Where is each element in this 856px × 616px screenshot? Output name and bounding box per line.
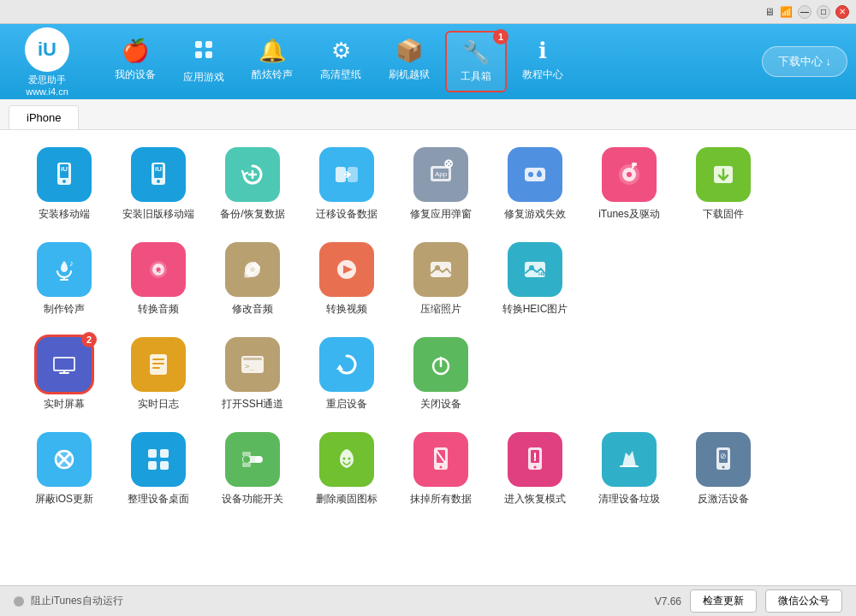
tool-itunes[interactable]: iTunes及驱动 <box>591 147 668 222</box>
nav-tutorials[interactable]: ℹ 教程中心 <box>510 31 575 92</box>
delete-icon-icon <box>319 432 374 487</box>
nav-app-games[interactable]: 应用游戏 <box>171 31 236 92</box>
svg-text:♪: ♪ <box>69 258 74 268</box>
nav-ringtones-label: 酷炫铃声 <box>252 68 293 82</box>
tool-fix-app[interactable]: App ⊗ 修复应用弹窗 <box>402 147 479 222</box>
close-button[interactable]: ✕ <box>835 5 849 19</box>
status-dot <box>14 596 24 607</box>
delete-icon-label: 删除顽固图标 <box>316 492 377 506</box>
svg-point-67 <box>255 456 262 463</box>
svg-rect-69 <box>242 463 251 467</box>
tab-iphone[interactable]: iPhone <box>9 105 79 129</box>
tool-heic[interactable]: HEIC 转换HEIC图片 <box>496 242 574 317</box>
flash-icon: 📦 <box>395 38 423 64</box>
version-text: V7.66 <box>655 595 681 607</box>
wechat-button[interactable]: 微信公众号 <box>765 589 842 613</box>
tab-iphone-label: iPhone <box>27 111 61 124</box>
svg-rect-61 <box>148 449 157 458</box>
svg-rect-3 <box>205 51 212 58</box>
check-update-button[interactable]: 检查更新 <box>690 589 757 613</box>
svg-point-27 <box>627 172 632 177</box>
download-btn[interactable]: 下载中心 ↓ <box>762 46 847 77</box>
tool-install-mobile[interactable]: iU 安装移动端 <box>26 147 103 222</box>
svg-rect-2 <box>195 51 202 58</box>
nav-my-device[interactable]: 🍎 我的设备 <box>103 31 168 92</box>
install-old-icon: iU <box>131 147 186 202</box>
svg-point-70 <box>343 458 346 460</box>
tool-ssh[interactable]: >_ 打开SSH通道 <box>214 337 291 412</box>
nav-flash[interactable]: 📦 刷机越狱 <box>377 31 442 92</box>
tool-realtime-screen[interactable]: 2 实时屏幕 <box>26 337 103 412</box>
minimize-button[interactable]: — <box>798 5 811 19</box>
toolbox-badge: 1 <box>493 29 508 44</box>
tool-desktop[interactable]: 整理设备桌面 <box>120 432 197 506</box>
tool-firmware[interactable]: 下载固件 <box>685 147 762 222</box>
backup-icon <box>225 147 280 202</box>
tool-edit-audio[interactable]: 修改音频 <box>214 242 291 317</box>
tool-wipe[interactable]: 抹掉所有数据 <box>402 432 479 506</box>
recovery-label: 进入恢复模式 <box>504 492 566 506</box>
desktop-icon <box>131 432 186 487</box>
app-icon <box>192 38 216 67</box>
tool-log[interactable]: 实时日志 <box>120 337 197 412</box>
svg-rect-62 <box>160 449 169 458</box>
svg-marker-56 <box>336 364 343 370</box>
itunes-icon <box>602 147 657 202</box>
tool-video[interactable]: 转换视频 <box>308 242 385 317</box>
recovery-icon <box>508 432 562 487</box>
svg-rect-20 <box>525 168 545 181</box>
tool-clean[interactable]: 清理设备垃圾 <box>591 432 668 506</box>
tool-photo[interactable]: 压缩照片 <box>402 242 479 317</box>
nav-wallpaper[interactable]: ⚙ 高清壁纸 <box>308 31 373 92</box>
svg-point-74 <box>440 466 443 469</box>
nav-ringtones[interactable]: 🔔 酷炫铃声 <box>240 31 305 92</box>
tool-install-old[interactable]: iU 安装旧版移动端 <box>120 147 197 222</box>
svg-rect-64 <box>160 461 169 470</box>
svg-text:iU: iU <box>155 165 162 173</box>
tool-block-update[interactable]: 屏蔽iOS更新 <box>26 432 103 506</box>
svg-point-6 <box>62 180 66 183</box>
shutdown-icon <box>413 337 468 392</box>
heic-label: 转换HEIC图片 <box>502 302 568 317</box>
tool-shutdown[interactable]: 关闭设备 <box>402 337 479 412</box>
nav-toolbox[interactable]: 🔧 工具箱 1 <box>445 31 507 92</box>
svg-text:⊗: ⊗ <box>443 159 454 170</box>
tool-migrate[interactable]: 迁移设备数据 <box>308 147 385 222</box>
ssh-label: 打开SSH通道 <box>222 397 284 412</box>
firmware-icon <box>696 147 751 202</box>
log-icon <box>131 337 186 392</box>
svg-rect-54 <box>243 358 262 360</box>
tool-audio[interactable]: ♫ 转换音频 <box>120 242 197 317</box>
block-update-label: 屏蔽iOS更新 <box>35 492 93 506</box>
svg-text:App: App <box>435 170 448 178</box>
tool-reboot[interactable]: 重启设备 <box>308 337 385 412</box>
svg-point-81 <box>722 466 725 469</box>
svg-rect-48 <box>55 358 74 370</box>
logo-name: 爱思助手 <box>28 74 66 86</box>
tool-fix-game[interactable]: 修复游戏失效 <box>496 147 574 222</box>
tool-deactivate[interactable]: ⊘ 反激活设备 <box>685 432 762 506</box>
svg-text:⊘: ⊘ <box>720 452 727 460</box>
logo-circle: iU <box>25 27 69 72</box>
tool-features[interactable]: 设备功能开关 <box>214 432 291 506</box>
logo-url: www.i4.cn <box>26 86 68 97</box>
svg-rect-1 <box>205 41 212 48</box>
fix-app-icon: App ⊗ <box>413 147 468 202</box>
restore-button[interactable]: □ <box>817 5 830 19</box>
edit-audio-label: 修改音频 <box>232 302 273 317</box>
apple-icon: 🍎 <box>122 38 149 64</box>
tool-ringtone[interactable]: ♪ 制作铃声 <box>26 242 103 317</box>
tool-backup[interactable]: 备份/恢复数据 <box>214 147 291 222</box>
tool-row-2: 2 实时屏幕 实时日志 >_ <box>26 337 830 412</box>
svg-rect-28 <box>632 163 637 166</box>
tool-row-1: ♪ 制作铃声 ♫ 转换音频 <box>26 242 830 317</box>
logo-icon: iU <box>38 38 56 61</box>
status-text: 阻止iTunes自动运行 <box>31 594 123 608</box>
tool-recovery[interactable]: 进入恢复模式 <box>496 432 574 506</box>
log-label: 实时日志 <box>138 397 179 412</box>
reboot-label: 重启设备 <box>326 397 367 412</box>
ringtone-icon: ♪ <box>37 242 92 297</box>
features-label: 设备功能开关 <box>222 492 283 506</box>
tool-delete-icon[interactable]: 删除顽固图标 <box>308 432 385 506</box>
svg-rect-68 <box>242 452 251 456</box>
